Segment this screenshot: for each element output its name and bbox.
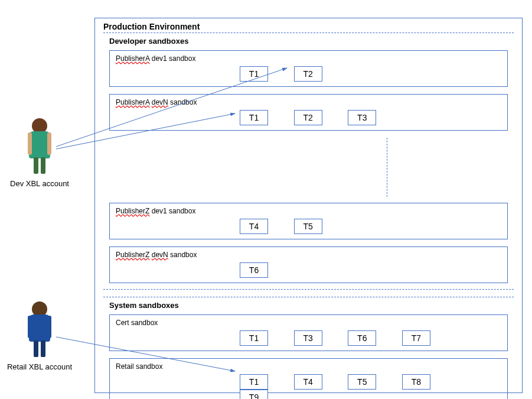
title-box-t1: T1 (240, 374, 268, 390)
sandbox-label: PublisherZ dev1 sandbox (116, 207, 501, 215)
dev-avatar-icon (29, 118, 50, 174)
publisher-a-dev1-sandbox: PublisherA dev1 sandbox T1 T2 (109, 50, 508, 87)
sandbox-label: PublisherZ devN sandbox (116, 251, 501, 259)
system-sandboxes-section: System sandboxes Cert sandbox T1 T3 T6 T… (103, 297, 514, 399)
developer-section-title: Developer sandboxes (109, 37, 508, 46)
sandbox-label: PublisherA devN sandbox (116, 98, 501, 106)
retail-sandbox: Retail sandbox T1 T4 T5 T8 T9 (109, 358, 508, 399)
production-environment-box: Production Environment Developer sandbox… (94, 18, 523, 393)
cert-sandbox: Cert sandbox T1 T3 T6 T7 (109, 314, 508, 351)
sandbox-label: PublisherA dev1 sandbox (116, 54, 501, 63)
title-box-t5: T5 (294, 219, 322, 234)
publisher-a-devn-sandbox: PublisherA devN sandbox T1 T2 T3 (109, 94, 508, 131)
title-box-t1: T1 (240, 66, 268, 82)
title-box-t6: T6 (240, 262, 268, 278)
title-box-t3: T3 (348, 110, 376, 125)
title-box-t1: T1 (240, 110, 268, 125)
title-box-t1: T1 (240, 330, 268, 346)
retail-avatar-block: Retail XBL account (1, 301, 78, 371)
retail-avatar-label: Retail XBL account (1, 362, 78, 371)
title-box-t6: T6 (348, 330, 376, 346)
dev-avatar-block: Dev XBL account (1, 118, 78, 188)
developer-sandboxes-section: Developer sandboxes PublisherA dev1 sand… (103, 33, 514, 290)
title-box-t4: T4 (240, 219, 268, 234)
title-box-t2: T2 (294, 66, 322, 82)
sandbox-label: Cert sandbox (116, 319, 501, 327)
title-box-t2: T2 (294, 110, 322, 125)
publisher-z-devn-sandbox: PublisherZ devN sandbox T6 (109, 246, 508, 283)
ellipsis-gap (109, 138, 508, 203)
title-box-t5: T5 (348, 374, 376, 390)
title-box-t8: T8 (402, 374, 430, 390)
retail-avatar-icon (29, 301, 50, 357)
title-box-t7: T7 (402, 330, 430, 346)
dev-avatar-label: Dev XBL account (1, 179, 78, 188)
title-box-t9: T9 (240, 390, 268, 399)
system-section-title: System sandboxes (109, 301, 508, 310)
production-title: Production Environment (103, 22, 514, 31)
title-box-t3: T3 (294, 330, 322, 346)
title-box-t4: T4 (294, 374, 322, 390)
vertical-ellipsis-line (387, 138, 387, 197)
publisher-z-dev1-sandbox: PublisherZ dev1 sandbox T4 T5 (109, 203, 508, 239)
sandbox-label: Retail sandbox (116, 362, 501, 371)
